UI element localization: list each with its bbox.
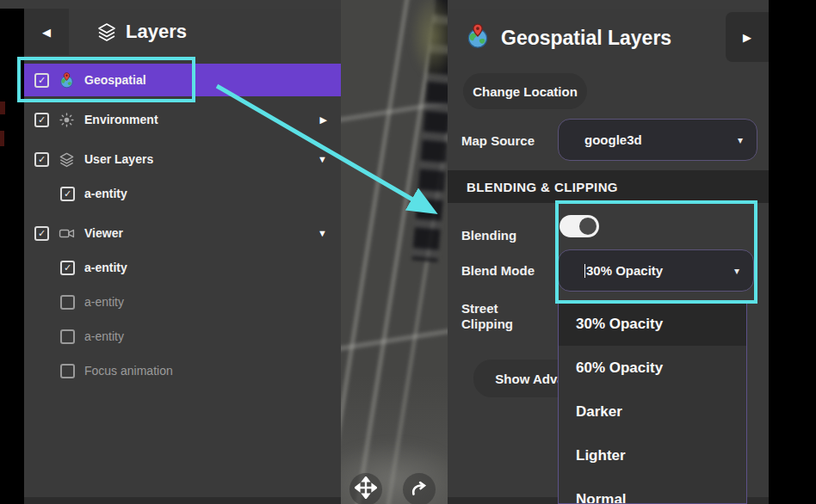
blend-mode-option[interactable]: 60% Opacity (559, 346, 746, 390)
layer-tree: ✓ Geospatial ✓ Environment ▶ ✓ User Laye… (24, 64, 341, 384)
layer-label: Geospatial (84, 73, 146, 87)
layers-header: ◀ Layers (24, 9, 341, 55)
layer-tree-row-focus-animation[interactable]: Focus animation (24, 358, 341, 384)
blending-toggle[interactable] (559, 215, 599, 237)
layer-label: a-entity (84, 261, 127, 274)
blend-mode-option[interactable]: Lighter (559, 433, 746, 477)
layer-tree-row-a-entity[interactable]: ✓ a-entity (24, 255, 341, 280)
back-button[interactable]: ◀ (24, 9, 69, 55)
blend-mode-option[interactable]: 30% Opacity (559, 302, 746, 346)
scene-backdrop (24, 497, 341, 504)
layer-tree-row-environment[interactable]: ✓ Environment ▶ (24, 107, 341, 132)
rotate-icon (408, 476, 430, 502)
layer-tree-row-a-entity[interactable]: a-entity (24, 323, 341, 349)
chevron-right-icon: ▶ (743, 31, 751, 44)
layer-label: a-entity (84, 187, 127, 200)
layer-checkbox[interactable]: ✓ (60, 261, 75, 275)
layer-checkbox[interactable]: ✓ (34, 73, 49, 88)
chevron-down-icon[interactable]: ▼ (318, 154, 327, 164)
layer-checkbox[interactable] (60, 364, 75, 378)
layer-checkbox[interactable] (60, 295, 75, 310)
map-source-label: Map Source (461, 133, 535, 148)
map-source-value: google3d (584, 132, 738, 147)
layer-tree-row-user-layers[interactable]: ✓ User Layers ▼ (24, 146, 341, 172)
chevron-down-icon: ▾ (734, 265, 739, 277)
layer-checkbox[interactable]: ✓ (34, 226, 49, 241)
blend-mode-dropdown: 30% Opacity60% OpacityDarkerLighterNorma… (558, 302, 747, 504)
rotate-button[interactable] (403, 473, 436, 504)
layers-icon (96, 22, 117, 42)
change-location-button[interactable]: Change Location (463, 73, 587, 109)
layer-label: Environment (84, 113, 158, 126)
layer-tree-row-a-entity[interactable]: ✓ a-entity (24, 181, 341, 206)
sun-icon (59, 112, 75, 128)
chevron-down-icon: ▾ (738, 134, 743, 146)
chevron-down-icon[interactable]: ▼ (318, 228, 327, 238)
globe-pin-icon (465, 23, 491, 52)
globe-pin-icon (59, 72, 75, 89)
move-button[interactable] (349, 473, 382, 504)
blend-mode-select[interactable]: 30% Opacity ▾ (558, 249, 754, 292)
blend-mode-option[interactable]: Darker (559, 390, 746, 433)
layer-tree-row-a-entity[interactable]: a-entity (24, 289, 341, 315)
scene-detail (0, 131, 4, 146)
blend-mode-option[interactable]: Normal (559, 477, 746, 504)
section-header: BLENDING & CLIPPING (448, 170, 769, 203)
layer-label: User Layers (84, 152, 153, 166)
layer-checkbox[interactable]: ✓ (34, 113, 49, 127)
blend-mode-value: 30% Opacity (584, 263, 734, 278)
blend-mode-label: Blend Mode (461, 263, 535, 278)
layer-label: a-entity (84, 295, 124, 309)
layer-label: Focus animation (84, 364, 173, 378)
camera-icon (59, 225, 75, 242)
map-viewport[interactable] (341, 0, 448, 504)
move-icon (355, 476, 377, 502)
panel-title: Geospatial Layers (501, 27, 671, 50)
panel-title: Layers (126, 21, 187, 43)
blending-label: Blending (461, 228, 516, 243)
collapse-panel-button[interactable]: ▶ (726, 12, 769, 62)
layer-label: a-entity (84, 329, 124, 343)
text-cursor (584, 264, 585, 278)
chevron-left-icon: ◀ (42, 26, 51, 39)
layer-tree-row-viewer[interactable]: ✓ Viewer ▼ (24, 220, 341, 246)
layer-label: Viewer (84, 226, 123, 240)
layer-checkbox[interactable] (60, 329, 75, 344)
layers-icon (59, 151, 75, 168)
map-source-select[interactable]: google3d ▾ (558, 119, 757, 161)
toggle-knob (579, 218, 597, 235)
layers-panel: ◀ Layers ✓ Geospatial ✓ Environment ▶ ✓ … (24, 9, 341, 497)
foliage (410, 0, 448, 79)
layer-checkbox[interactable]: ✓ (34, 152, 49, 167)
layer-checkbox[interactable]: ✓ (60, 187, 75, 201)
scene-detail (0, 101, 5, 114)
chevron-right-icon[interactable]: ▶ (320, 114, 327, 126)
street-clipping-label: Street Clipping (461, 301, 532, 332)
layer-tree-row-geospatial[interactable]: ✓ Geospatial (24, 64, 341, 96)
